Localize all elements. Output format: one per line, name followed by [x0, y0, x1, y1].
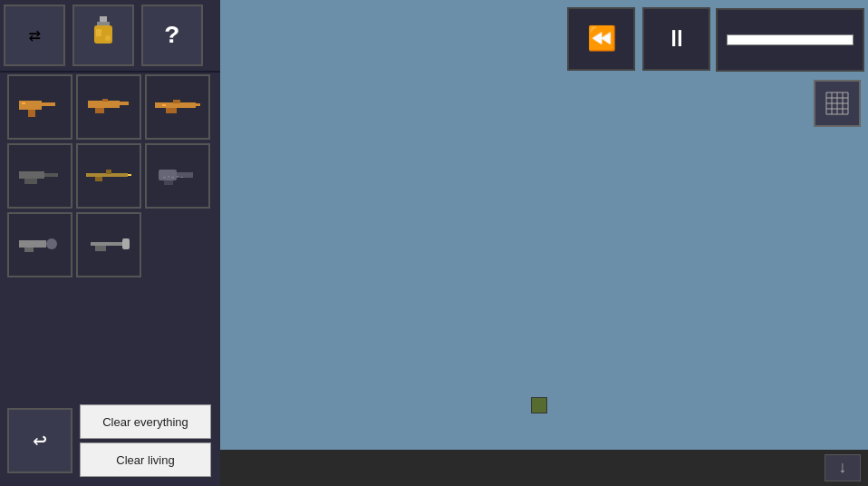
rewind-button[interactable]: ⏪	[567, 7, 635, 71]
game-area: ⏪ ⏸	[220, 0, 868, 450]
svg-rect-23	[95, 177, 102, 181]
potion-button[interactable]	[72, 5, 134, 66]
svg-rect-15	[166, 108, 177, 113]
exit-button[interactable]: ↩	[7, 408, 72, 473]
svg-rect-24	[106, 170, 111, 174]
svg-rect-16	[173, 100, 180, 103]
svg-rect-17	[162, 104, 166, 106]
svg-rect-31	[24, 248, 34, 252]
top-toolbar: ⇄ ?	[0, 0, 220, 73]
weapon-item-heavy[interactable]	[7, 143, 72, 209]
svg-rect-12	[102, 99, 108, 102]
svg-rect-11	[95, 108, 104, 113]
weapon-item-melee[interactable]	[76, 212, 141, 277]
progress-bar-container	[727, 34, 854, 45]
context-menu: Clear everything Clear living	[80, 404, 211, 477]
rewind-icon: ⏪	[587, 24, 616, 53]
progress-bar-fill	[728, 35, 853, 44]
pause-button[interactable]: ⏸	[642, 7, 710, 71]
svg-rect-5	[19, 101, 42, 110]
pause-icon: ⏸	[665, 24, 689, 53]
svg-rect-22	[128, 174, 131, 176]
swap-icon: ⇄	[28, 24, 40, 48]
progress-area	[716, 8, 864, 72]
grid-toggle-button[interactable]	[814, 80, 861, 127]
svg-rect-7	[28, 110, 35, 117]
svg-rect-33	[122, 238, 130, 249]
svg-rect-34	[95, 246, 106, 251]
entity-green-square	[531, 397, 547, 413]
weapon-item-rifle[interactable]	[145, 74, 210, 140]
ground-bar: ↓	[220, 450, 868, 486]
weapon-grid: -·-·-	[7, 74, 210, 277]
exit-icon: ↩	[33, 426, 47, 455]
svg-rect-8	[22, 102, 25, 104]
clear-everything-button[interactable]: Clear everything	[80, 404, 211, 439]
svg-rect-32	[91, 242, 122, 246]
arrow-down-icon: ↓	[838, 459, 848, 477]
svg-rect-20	[24, 179, 37, 184]
svg-rect-30	[46, 238, 57, 249]
swap-button[interactable]: ⇄	[4, 5, 65, 66]
svg-text:-·-·-: -·-·-	[162, 172, 184, 180]
svg-rect-27	[164, 180, 173, 185]
svg-rect-6	[42, 102, 55, 106]
weapon-item-special[interactable]: -·-·-	[145, 143, 210, 209]
weapon-item-explosive[interactable]	[7, 212, 72, 277]
svg-rect-0	[100, 16, 107, 22]
svg-rect-14	[196, 103, 200, 106]
svg-rect-29	[19, 240, 46, 248]
svg-rect-18	[19, 171, 44, 179]
left-panel: ⇄ ?	[0, 0, 220, 486]
weapon-item-smg[interactable]	[76, 74, 141, 140]
weapon-item-sniper[interactable]	[76, 143, 141, 209]
bottom-left-area: ↩ Clear everything Clear living	[0, 395, 220, 486]
clear-living-button[interactable]: Clear living	[80, 442, 211, 477]
question-icon: ?	[165, 22, 180, 50]
weapon-item-pistol[interactable]	[7, 74, 72, 140]
svg-point-4	[105, 35, 111, 41]
potion-icon	[90, 16, 117, 55]
svg-rect-19	[44, 173, 58, 177]
download-icon-button[interactable]: ↓	[825, 454, 861, 481]
top-right-controls: ⏪ ⏸	[565, 4, 864, 74]
svg-rect-10	[120, 102, 129, 105]
grid-icon	[819, 85, 855, 122]
svg-rect-1	[97, 22, 110, 25]
help-button[interactable]: ?	[141, 5, 203, 66]
svg-rect-3	[96, 29, 101, 36]
svg-rect-9	[88, 101, 120, 108]
